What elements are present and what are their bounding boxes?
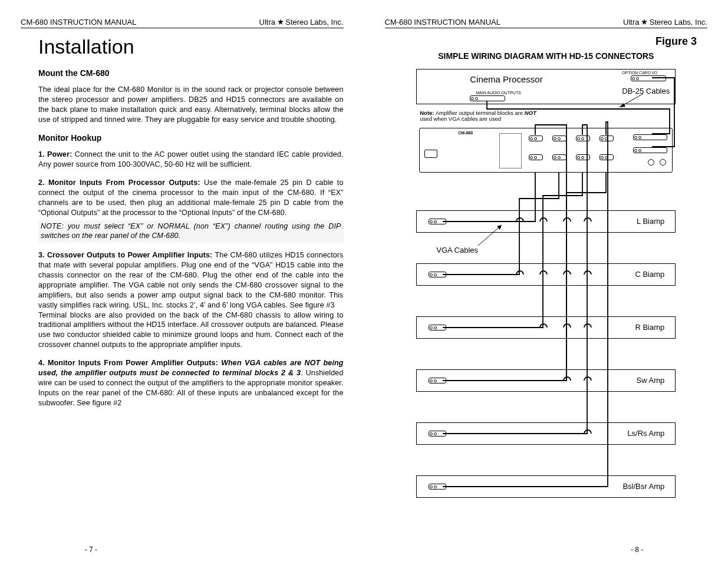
company-name: Ultra Stereo Labs, Inc. — [623, 18, 707, 27]
vga-connector-icon — [599, 154, 614, 160]
manual-name: CM-680 INSTRUCTION MANUAL — [385, 18, 500, 27]
vga-connector-icon — [429, 484, 446, 490]
page-right: CM-680 INSTRUCTION MANUAL Ultra Stereo L… — [364, 0, 729, 562]
page-left: CM-680 INSTRUCTION MANUAL Ultra Stereo L… — [0, 0, 364, 562]
dip-note: NOTE: you must select “EX” or NORMAL (no… — [38, 220, 344, 243]
mount-heading: Mount the CM-680 — [38, 68, 344, 79]
svg-marker-0 — [278, 19, 284, 25]
amp-label: L Biamp — [637, 217, 664, 226]
vga-connector-icon — [576, 154, 590, 160]
vga-connector-icon — [599, 135, 614, 141]
vga-connector-icon — [552, 154, 566, 160]
mao-label: MAIN AUDIO OUTPUTS — [476, 91, 521, 95]
amp-box-l: L Biamp — [416, 210, 676, 233]
vga-connector-icon — [576, 135, 590, 141]
vga-label: VGA Cables — [436, 246, 478, 254]
step-3b: Terminal blocks are also provided on the… — [38, 310, 344, 351]
amp-label: Bsl/Bsr Amp — [622, 482, 664, 491]
vga-connector-icon — [429, 272, 446, 277]
svg-marker-1 — [641, 19, 647, 25]
vga-connector-icon — [529, 154, 543, 160]
header-left: CM-680 INSTRUCTION MANUAL Ultra Stereo L… — [21, 18, 344, 28]
oio-label: OPTION CARD I/O — [622, 71, 657, 75]
figure-title: SIMPLE WIRING DIAGRAM WITH HD-15 CONNECT… — [385, 51, 708, 61]
bnc-icon — [648, 159, 654, 166]
amp-box-r: R Biamp — [416, 316, 676, 339]
amp-box-sw: Sw Amp — [416, 369, 676, 392]
wiring-diagram: Cinema Processor MAIN AUDIO OUTPUTS OPTI… — [410, 69, 681, 528]
amp-label: R Biamp — [635, 323, 664, 332]
db25-connector-icon — [633, 147, 667, 153]
star-icon — [641, 19, 647, 25]
amp-label: Sw Amp — [637, 376, 665, 385]
hookup-heading: Monitor Hookup — [38, 133, 344, 144]
amp-box-bsl: Bsl/Bsr Amp — [416, 475, 676, 498]
vga-connector-icon — [429, 378, 446, 384]
step-2: 2. Monitor Inputs From Processor Outputs… — [38, 178, 344, 218]
page-number-right: - 8 - — [546, 546, 728, 554]
db25-label: DB-25 Cables — [622, 87, 670, 95]
cm-label: CM-680 — [458, 131, 473, 135]
cp-label: Cinema Processor — [470, 74, 542, 84]
amp-label: C Biamp — [635, 270, 664, 279]
star-icon — [278, 19, 284, 25]
step-1: 1. Power: Connect the unit to the AC pow… — [38, 150, 344, 170]
terminal-block-icon — [499, 133, 522, 168]
step-4: 4. Monitor Inputs From Power Amplifier O… — [38, 358, 344, 408]
company-name: Ultra Stereo Labs, Inc. — [259, 18, 344, 27]
db25-connector-icon — [633, 134, 667, 140]
amp-box-lsrs: Ls/Rs Amp — [416, 422, 676, 445]
header-right: CM-680 INSTRUCTION MANUAL Ultra Stereo L… — [385, 18, 708, 28]
manual-name: CM-680 INSTRUCTION MANUAL — [21, 18, 136, 27]
mount-paragraph: The ideal place for the CM-680 Monitor i… — [38, 85, 344, 125]
bnc-icon — [660, 159, 666, 166]
vga-connector-icon — [429, 325, 446, 330]
amp-box-c: C Biamp — [416, 263, 676, 286]
db25-connector-icon — [470, 95, 505, 101]
step-3a: 3. Crossover Outputs to Power Amplifier … — [38, 250, 344, 310]
body-text: Mount the CM-680 The ideal place for the… — [21, 68, 344, 408]
figure-number: Figure 3 — [385, 35, 697, 48]
vga-connector-icon — [429, 431, 446, 437]
cm680-unit: CM-680 — [419, 128, 673, 173]
page-number-left: - 7 - — [0, 546, 182, 554]
db25-connector-icon — [631, 75, 666, 81]
amp-label: Ls/Rs Amp — [627, 429, 664, 438]
amp-note: Note: Amplifier output terminal blocks a… — [420, 110, 538, 123]
vga-connector-icon — [429, 219, 446, 224]
vga-connector-icon — [529, 135, 543, 141]
page-title: Installation — [38, 35, 344, 58]
power-icon — [424, 150, 437, 158]
vga-connector-icon — [552, 135, 566, 141]
